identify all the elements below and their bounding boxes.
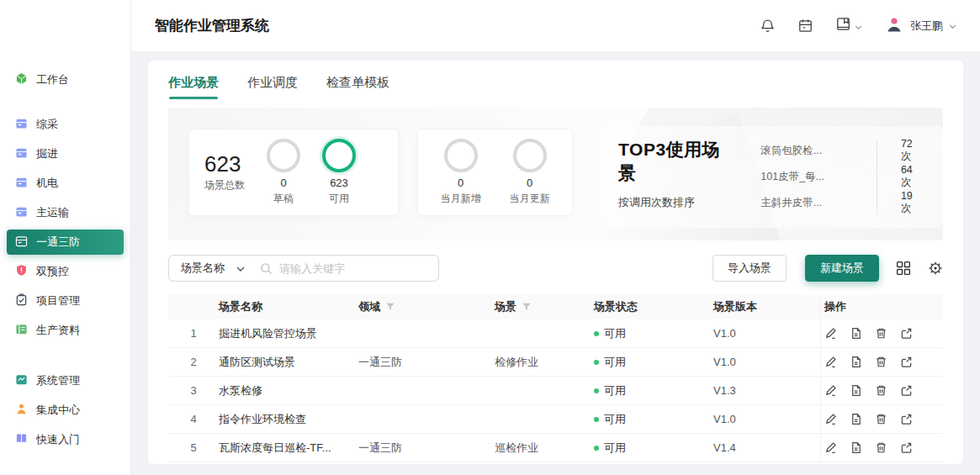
- edit-icon[interactable]: [824, 327, 837, 340]
- sidebar-item-zongcai[interactable]: 综采: [7, 112, 124, 137]
- edit-icon[interactable]: [824, 356, 837, 368]
- actions-cell: [820, 348, 943, 376]
- row-index: 4: [190, 413, 196, 425]
- table-row[interactable]: 2 通防区测试场景 一通三防 检修作业 可用 V1.0: [168, 348, 943, 377]
- integration-icon: [15, 403, 28, 418]
- system-icon: [15, 373, 28, 388]
- col-version: 场景版本: [713, 299, 820, 314]
- edit-icon[interactable]: [824, 441, 837, 454]
- scene-name-cell: 瓦斯浓度每日巡检-TF...: [219, 441, 358, 456]
- filter-funnel-icon[interactable]: [522, 302, 532, 312]
- sidebar-item-workbench[interactable]: 工作台: [7, 67, 124, 92]
- row-index: 3: [190, 384, 196, 397]
- table-row[interactable]: 4 指令作业环境检查 可用 V1.0: [168, 405, 943, 434]
- materials-icon: [15, 323, 28, 338]
- table-row[interactable]: 5 瓦斯浓度每日巡检-TF... 一通三防 巡检作业 可用 V1.4: [168, 434, 943, 462]
- chevron-down-icon: [855, 18, 862, 34]
- sidebar-item-jidian[interactable]: 机电: [7, 171, 124, 196]
- copy-document-icon[interactable]: [850, 413, 862, 425]
- filter-funnel-icon[interactable]: [385, 302, 395, 312]
- search-group: 场景名称: [168, 255, 439, 282]
- shield-icon: [15, 264, 28, 279]
- top3-item-count: 72次: [876, 138, 923, 164]
- month-updated-stat: 0 当月更新: [510, 139, 550, 206]
- sidebar-item-label: 系统管理: [36, 373, 80, 388]
- share-export-icon[interactable]: [900, 356, 913, 368]
- sidebar-item-kuaisurumen[interactable]: 快速入门: [7, 427, 124, 452]
- sidebar-item-label: 主运输: [36, 205, 69, 220]
- edit-icon[interactable]: [824, 413, 837, 425]
- row-index: 5: [190, 441, 196, 454]
- total-value: 623: [204, 152, 245, 177]
- copy-document-icon[interactable]: [850, 356, 862, 368]
- sidebar-item-xitongguanli[interactable]: 系统管理: [7, 368, 124, 393]
- user-menu[interactable]: 张王鹏: [884, 14, 956, 37]
- sidebar-item-yitongsanfang[interactable]: 一通三防: [7, 230, 124, 255]
- total-label: 场景总数: [204, 178, 245, 193]
- status-dot: [594, 388, 599, 393]
- status-cell: 可用: [594, 355, 713, 370]
- delete-trash-icon[interactable]: [875, 384, 887, 397]
- table-row[interactable]: 1 掘进机风险管控场景 可用 V1.0: [168, 319, 943, 348]
- share-export-icon[interactable]: [900, 327, 913, 340]
- import-scene-button[interactable]: 导入场景: [712, 255, 787, 282]
- sidebar: 工作台 综采 掘进 机电 主运输 一通三防 双预控 项目管理: [0, 0, 131, 475]
- sidebar-item-label: 双预控: [36, 264, 69, 279]
- card-view-icon[interactable]: [896, 261, 911, 276]
- filter-field-label: 场景名称: [181, 261, 225, 276]
- sidebar-item-jichengzhongxin[interactable]: 集成中心: [7, 398, 124, 423]
- clipboard-icon: [15, 293, 28, 309]
- create-scene-button[interactable]: 新建场景: [805, 255, 879, 282]
- delete-trash-icon[interactable]: [875, 413, 887, 425]
- tab-schedule[interactable]: 作业调度: [247, 75, 298, 99]
- top3-panel: TOP3使用场景 按调用次数排序 滚筒包胶检... 72次: [603, 126, 943, 228]
- col-actions: 操作: [820, 294, 943, 319]
- edit-icon[interactable]: [824, 384, 837, 397]
- top3-item-count: 19次: [876, 190, 923, 216]
- guide-book-icon: [15, 432, 28, 447]
- status-badge: 可用: [604, 412, 626, 427]
- scene-name-cell: 掘进机风险管控场景: [219, 326, 358, 341]
- actions-cell: [820, 377, 943, 404]
- month-new-stat: 0 当月新增: [441, 139, 481, 206]
- sidebar-item-zhuyunshu[interactable]: 主运输: [7, 200, 124, 225]
- share-export-icon[interactable]: [900, 413, 913, 425]
- delete-trash-icon[interactable]: [875, 441, 887, 454]
- notification-bell-icon[interactable]: [760, 18, 776, 34]
- share-export-icon[interactable]: [900, 384, 913, 397]
- sidebar-item-juejin[interactable]: 掘进: [7, 141, 124, 166]
- col-status: 场景状态: [594, 299, 713, 314]
- filter-field-select[interactable]: 场景名称: [169, 256, 255, 281]
- share-export-icon[interactable]: [900, 441, 913, 454]
- delete-trash-icon[interactable]: [875, 327, 887, 340]
- monthly-card: 0 当月新增 0 当月更新: [417, 129, 573, 216]
- table-row[interactable]: 3 水泵检修 可用 V1.3: [168, 377, 943, 405]
- copy-document-icon[interactable]: [850, 441, 862, 454]
- search-input[interactable]: [273, 262, 438, 275]
- settings-gear-icon[interactable]: [928, 261, 943, 276]
- top3-item-count: 64次: [876, 164, 923, 190]
- topbar: 智能作业管理系统 张王鹏: [131, 0, 980, 52]
- scene-cell: 巡检作业: [495, 441, 594, 456]
- status-badge: 可用: [604, 441, 626, 456]
- domain-cell: 一通三防: [358, 441, 495, 456]
- delete-trash-icon[interactable]: [875, 356, 887, 368]
- copy-document-icon[interactable]: [850, 327, 862, 340]
- status-dot: [594, 446, 599, 451]
- sidebar-item-xiangmuguanli[interactable]: 项目管理: [7, 288, 124, 314]
- manual-menu[interactable]: [835, 16, 862, 35]
- top3-item-name: 滚筒包胶检...: [760, 144, 876, 158]
- user-name: 张王鹏: [910, 18, 943, 34]
- top3-list: 滚筒包胶检... 72次 101皮带_每... 64次 主斜: [760, 138, 928, 216]
- manual-book-icon: [835, 16, 851, 35]
- sidebar-item-shuangyukong[interactable]: 双预控: [7, 259, 124, 284]
- copy-document-icon[interactable]: [850, 384, 862, 397]
- tab-scene[interactable]: 作业场景: [168, 75, 219, 99]
- col-scene: 场景: [495, 299, 594, 314]
- sidebar-item-shengchanziliao[interactable]: 生产资料: [7, 318, 124, 343]
- row-index: 1: [190, 327, 196, 340]
- calendar-icon[interactable]: [797, 18, 813, 34]
- workbench-icon: [15, 72, 28, 87]
- tab-checklist-template[interactable]: 检查单模板: [326, 75, 389, 99]
- top3-heading: TOP3使用场景 按调用次数排序: [618, 138, 737, 210]
